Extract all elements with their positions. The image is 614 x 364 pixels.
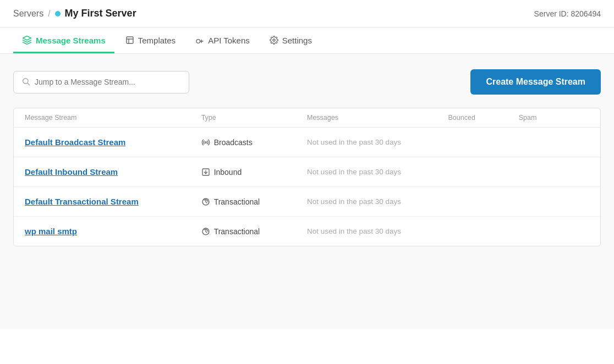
tab-settings[interactable]: Settings (261, 28, 321, 53)
transactional-icon (201, 197, 210, 206)
tab-templates[interactable]: Templates (117, 28, 184, 53)
tab-api-tokens-label: API Tokens (208, 36, 250, 45)
breadcrumb-separator: / (48, 9, 50, 19)
nav-tabs: Message Streams Templates API Tokens (0, 27, 614, 54)
inbound-icon (201, 168, 210, 177)
svg-point-7 (205, 141, 206, 143)
stream-messages-status: Not used in the past 30 days (307, 197, 448, 206)
col-header-type: Type (201, 114, 307, 122)
breadcrumb-servers-link[interactable]: Servers (13, 9, 43, 19)
stream-type: Broadcasts (201, 138, 307, 147)
stream-name-link[interactable]: Default Inbound Stream (25, 167, 201, 177)
streams-table: Message Stream Type Messages Bounced Spa… (13, 108, 601, 246)
main-content: Create Message Stream Message Stream Typ… (0, 54, 614, 329)
current-server-name: My First Server (65, 8, 136, 19)
stream-messages-status: Not used in the past 30 days (307, 168, 448, 176)
svg-line-6 (28, 83, 30, 85)
create-message-stream-button[interactable]: Create Message Stream (470, 69, 601, 95)
stream-name-link[interactable]: Default Broadcast Stream (25, 137, 201, 147)
search-box[interactable] (13, 71, 189, 93)
col-header-bounced: Bounced (448, 114, 519, 122)
broadcasts-icon (201, 138, 210, 147)
stream-type-label: Transactional (214, 227, 260, 236)
stream-type-label: Transactional (214, 197, 260, 206)
search-icon (21, 77, 30, 87)
table-row: wp mail smtp Transactional Not used in t… (14, 217, 600, 246)
stream-type: Transactional (201, 227, 307, 236)
svg-point-3 (196, 40, 200, 43)
tab-settings-label: Settings (282, 36, 312, 45)
col-header-messages: Messages (307, 114, 448, 122)
table-row: Default Transactional Stream Transaction… (14, 187, 600, 217)
svg-point-4 (273, 39, 275, 41)
top-header: Servers / My First Server Server ID: 820… (0, 0, 614, 27)
svg-rect-0 (127, 37, 133, 43)
col-header-spam: Spam (519, 114, 589, 122)
action-row: Create Message Stream (13, 69, 601, 95)
tab-templates-label: Templates (138, 36, 176, 45)
stream-messages-status: Not used in the past 30 days (307, 138, 448, 146)
server-id-label: Server ID: 8206494 (534, 9, 601, 18)
table-row: Default Inbound Stream Inbound Not used … (14, 157, 600, 187)
stream-type: Inbound (201, 168, 307, 177)
key-icon (195, 36, 204, 45)
tab-message-streams-label: Message Streams (36, 36, 106, 45)
templates-icon (125, 36, 134, 45)
server-status-dot (55, 11, 61, 16)
stream-name-link[interactable]: Default Transactional Stream (25, 197, 201, 206)
table-header: Message Stream Type Messages Bounced Spa… (14, 108, 600, 128)
stream-type-label: Inbound (214, 168, 242, 177)
search-input[interactable] (35, 78, 181, 86)
tab-message-streams[interactable]: Message Streams (13, 27, 114, 53)
breadcrumb: Servers / My First Server (13, 8, 136, 19)
stream-type-label: Broadcasts (214, 138, 253, 147)
col-header-stream: Message Stream (25, 114, 201, 122)
streams-icon (22, 35, 32, 45)
stream-type: Transactional (201, 197, 307, 206)
transactional-icon (201, 227, 210, 236)
stream-name-link[interactable]: wp mail smtp (25, 227, 201, 236)
table-row: Default Broadcast Stream Broadcasts Not … (14, 128, 600, 157)
stream-messages-status: Not used in the past 30 days (307, 227, 448, 235)
tab-api-tokens[interactable]: API Tokens (187, 28, 259, 53)
gear-icon (270, 36, 278, 45)
